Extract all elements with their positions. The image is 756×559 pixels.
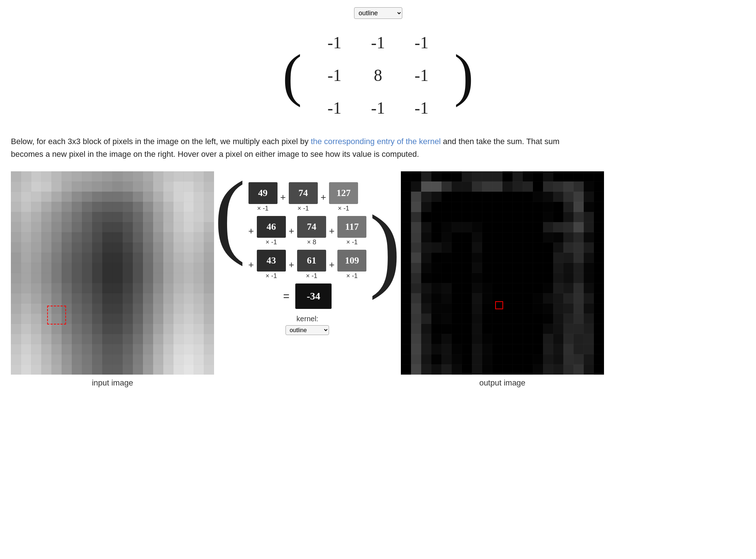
formula-right-paren: )	[369, 220, 401, 276]
main-section: input image ( 49× -1+74× -1+127× -1+46× …	[11, 171, 745, 388]
formula-outer: ( 49× -1+74× -1+127× -1+46× -1+74× 8+117…	[214, 182, 401, 280]
description-highlight: the corresponding entry of the kernel	[311, 137, 441, 146]
matrix-cell: -1	[400, 59, 443, 91]
pixel-value: 74	[289, 182, 318, 204]
pixel-box: 74× -1	[289, 182, 318, 212]
pixel-box: 117× -1	[337, 216, 366, 246]
pixel-multiplier: × -1	[306, 272, 317, 280]
plus-operator: +	[280, 192, 286, 203]
pixel-multiplier: × -1	[297, 205, 309, 212]
pixel-value: 43	[257, 250, 286, 272]
output-image-container: output image	[401, 171, 604, 388]
formula-row: +46× -1+74× 8+117× -1	[248, 216, 367, 246]
plus-operator: +	[329, 225, 334, 237]
pixel-value: 46	[257, 216, 286, 238]
plus-operator: +	[248, 259, 254, 270]
input-image-label: input image	[92, 378, 133, 388]
result-box: -34	[295, 283, 332, 309]
plus-operator: +	[289, 259, 294, 270]
output-canvas[interactable]	[401, 171, 604, 375]
output-pixel-grid[interactable]	[401, 171, 604, 375]
description-text: Below, for each 3x3 block of pixels in t…	[11, 135, 591, 160]
plus-operator: +	[289, 225, 294, 237]
pixel-value: 109	[337, 250, 366, 272]
pixel-multiplier: × -1	[257, 205, 269, 212]
kernel-select-top[interactable]: outline blur sharpen edge detect emboss	[354, 7, 402, 19]
pixel-value: 127	[329, 182, 358, 204]
matrix-cell: -1	[313, 26, 356, 59]
pixel-value: 49	[248, 182, 278, 204]
right-bracket: )	[454, 50, 473, 100]
kernel-select-bottom[interactable]: outline blur sharpen edge detect emboss	[285, 325, 329, 335]
pixel-box: 49× -1	[248, 182, 278, 212]
pixel-box: 127× -1	[329, 182, 358, 212]
pixel-box: 74× 8	[297, 216, 326, 246]
output-image-label: output image	[479, 378, 525, 388]
top-section: outline blur sharpen edge detect emboss …	[11, 7, 745, 124]
plus-operator: +	[321, 192, 326, 203]
formula-inner: 49× -1+74× -1+127× -1+46× -1+74× 8+117× …	[248, 182, 367, 280]
formula-row: +43× -1+61× -1+109× -1	[248, 250, 367, 280]
matrix-cell: -1	[313, 91, 356, 124]
pixel-box: 46× -1	[257, 216, 286, 246]
pixel-multiplier: × -1	[346, 272, 358, 280]
input-pixel-grid[interactable]	[11, 171, 214, 375]
equals-sign: =	[283, 290, 290, 302]
pixel-multiplier: × -1	[266, 272, 277, 280]
pixel-value: 117	[337, 216, 366, 238]
pixel-multiplier: × -1	[346, 238, 358, 246]
plus-operator: +	[248, 225, 254, 237]
pixel-box: 61× -1	[297, 250, 326, 280]
matrix-cell: -1	[356, 26, 400, 59]
pixel-box: 43× -1	[257, 250, 286, 280]
matrix-display: ( -1-1-1-18-1-1-1-1 )	[283, 26, 474, 124]
input-canvas[interactable]	[11, 171, 214, 375]
pixel-multiplier: × 8	[307, 238, 316, 246]
matrix-cell: 8	[356, 59, 400, 91]
left-bracket: (	[283, 50, 302, 100]
kernel-label-text: kernel:	[296, 315, 318, 323]
pixel-box: 109× -1	[337, 250, 366, 280]
kernel-label-section: kernel: outline blur sharpen edge detect…	[285, 315, 329, 335]
pixel-multiplier: × -1	[266, 238, 277, 246]
input-image-container: input image	[11, 171, 214, 388]
matrix-cell: -1	[400, 91, 443, 124]
kernel-dropdown-top-container: outline blur sharpen edge detect emboss	[354, 7, 402, 19]
matrix-grid: -1-1-1-18-1-1-1-1	[313, 26, 443, 124]
formula-section: ( 49× -1+74× -1+127× -1+46× -1+74× 8+117…	[214, 171, 401, 335]
pixel-value: 61	[297, 250, 326, 272]
matrix-cell: -1	[400, 26, 443, 59]
matrix-cell: -1	[313, 59, 356, 91]
plus-operator: +	[329, 259, 334, 270]
formula-row: 49× -1+74× -1+127× -1	[248, 182, 367, 212]
pixel-value: 74	[297, 216, 326, 238]
matrix-cell: -1	[356, 91, 400, 124]
formula-result-row: = -34	[283, 283, 332, 309]
pixel-multiplier: × -1	[338, 205, 349, 212]
formula-left-paren: (	[214, 186, 246, 242]
